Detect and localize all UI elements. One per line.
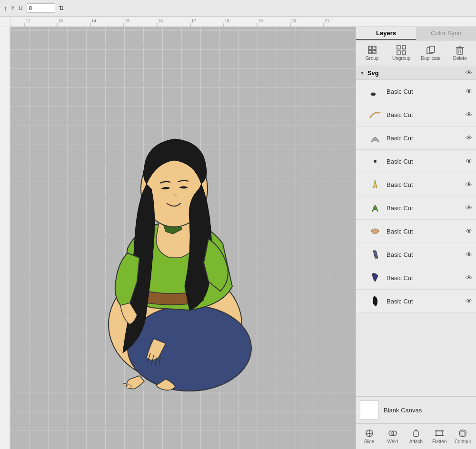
svg-rect-37 <box>402 46 406 49</box>
attach-icon <box>411 429 421 438</box>
blank-canvas-label: Blank Canvas <box>384 407 422 414</box>
layer-item[interactable]: Basic Cut 👁 <box>356 80 476 103</box>
layer-label-8: Basic Cut <box>387 251 462 258</box>
svg-text:13: 13 <box>58 19 63 23</box>
svg-group-eye-icon[interactable]: 👁 <box>466 69 472 77</box>
tab-color-sync[interactable]: Color Sync <box>416 27 476 40</box>
layer-item[interactable]: Basic Cut 👁 <box>356 103 476 127</box>
svg-point-30 <box>123 383 127 386</box>
weld-button[interactable]: Weld <box>381 427 404 446</box>
svg-point-50 <box>371 229 379 234</box>
layer-eye-5[interactable]: 👁 <box>466 181 472 188</box>
layer-item[interactable]: Basic Cut 👁 <box>356 220 476 243</box>
arrow-icon: ↑ <box>4 4 7 12</box>
svg-rect-36 <box>397 46 400 49</box>
coord-input[interactable] <box>27 3 55 13</box>
contour-button[interactable]: Contour <box>452 427 474 446</box>
layer-label-4: Basic Cut <box>387 158 462 165</box>
svg-rect-32 <box>373 46 376 49</box>
ruler-corner <box>0 17 10 27</box>
layer-item[interactable]: Basic Cut 👁 <box>356 243 476 266</box>
svg-rect-31 <box>368 46 372 49</box>
svg-group-header[interactable]: ▼ Svg 👁 <box>356 66 476 80</box>
arrows-icon: ⇅ <box>59 5 64 11</box>
panel-toolbar: Group Ungroup Duplicat <box>356 40 476 66</box>
layer-label-9: Basic Cut <box>387 274 462 282</box>
svg-rect-42 <box>457 48 463 54</box>
layer-label-3: Basic Cut <box>387 135 462 142</box>
duplicate-button[interactable]: Duplicate <box>416 43 445 63</box>
delete-icon <box>455 45 465 55</box>
layer-thumbnail-6 <box>367 200 383 215</box>
svg-rect-35 <box>369 47 375 53</box>
svg-text:21: 21 <box>325 19 329 23</box>
layer-thumbnail-4 <box>367 154 383 169</box>
layer-item[interactable]: Basic Cut 👁 <box>356 173 476 196</box>
layers-list[interactable]: ▼ Svg 👁 Basic Cut 👁 <box>356 66 476 396</box>
layer-eye-9[interactable]: 👁 <box>466 274 472 282</box>
svg-text:19: 19 <box>258 19 263 23</box>
layer-item[interactable]: Basic Cut 👁 <box>356 290 476 313</box>
svg-text:20: 20 <box>291 19 296 23</box>
group-button[interactable]: Group <box>358 43 387 63</box>
layer-thumbnail-8 <box>367 247 383 262</box>
flatten-icon <box>435 429 444 438</box>
svg-point-23 <box>128 305 251 391</box>
weld-icon <box>388 429 397 438</box>
layer-thumbnail-5 <box>367 177 383 192</box>
ungroup-icon <box>397 45 406 55</box>
svg-rect-33 <box>368 50 372 54</box>
slice-button[interactable]: Slice <box>358 427 380 446</box>
svg-point-55 <box>392 431 397 436</box>
layer-thumbnail-7 <box>367 224 383 239</box>
canvas-grid <box>10 27 356 449</box>
layer-eye-6[interactable]: 👁 <box>466 204 472 212</box>
layer-label-10: Basic Cut <box>387 298 462 305</box>
layer-item[interactable]: Basic Cut 👁 <box>356 127 476 150</box>
layer-eye-1[interactable]: 👁 <box>466 88 472 95</box>
delete-button[interactable]: Delete <box>446 43 475 63</box>
layer-label-7: Basic Cut <box>387 228 462 235</box>
svg-text:12: 12 <box>26 19 30 23</box>
layer-eye-3[interactable]: 👁 <box>466 134 472 142</box>
bottom-toolbar: Slice Weld Attach <box>356 423 476 449</box>
flatten-button[interactable]: Flatten <box>428 427 451 446</box>
layer-eye-8[interactable]: 👁 <box>466 251 472 258</box>
svg-rect-41 <box>429 46 435 52</box>
svg-text:16: 16 <box>158 19 163 23</box>
layer-label-6: Basic Cut <box>387 205 462 212</box>
right-panel: Layers Color Sync Group <box>356 27 476 449</box>
svg-rect-57 <box>436 431 443 436</box>
ungroup-button[interactable]: Ungroup <box>387 43 416 63</box>
svg-text:14: 14 <box>91 19 96 23</box>
blank-canvas-row: Blank Canvas <box>356 396 476 423</box>
layer-eye-10[interactable]: 👁 <box>466 297 472 305</box>
svg-rect-39 <box>402 51 406 54</box>
top-toolbar: ↑ Y U ⇅ <box>0 0 476 17</box>
attach-button[interactable]: Attach <box>405 427 427 446</box>
svg-text:17: 17 <box>191 19 196 23</box>
duplicate-icon <box>426 45 436 55</box>
blank-canvas-thumbnail <box>360 400 379 420</box>
group-icon <box>367 45 377 55</box>
layer-thumbnail-10 <box>367 293 383 309</box>
layer-thumbnail-3 <box>367 130 383 146</box>
layer-item[interactable]: Basic Cut 👁 <box>356 150 476 173</box>
layer-label-2: Basic Cut <box>387 111 462 118</box>
svg-point-48 <box>371 93 376 96</box>
layer-thumbnail-2 <box>367 107 383 122</box>
svg-group-label: Svg <box>367 69 463 77</box>
layer-item[interactable]: Basic Cut 👁 <box>356 196 476 220</box>
svg-text:18: 18 <box>225 19 229 23</box>
layer-eye-2[interactable]: 👁 <box>466 111 472 118</box>
mulan-figure <box>51 106 280 400</box>
y-label: Y <box>11 5 15 11</box>
svg-text:15: 15 <box>125 19 129 23</box>
canvas-area <box>10 27 356 449</box>
layer-label-1: Basic Cut <box>387 88 462 95</box>
svg-point-49 <box>374 160 377 163</box>
layer-eye-7[interactable]: 👁 <box>466 227 472 235</box>
layer-eye-4[interactable]: 👁 <box>466 157 472 165</box>
tab-layers[interactable]: Layers <box>356 27 416 40</box>
layer-item[interactable]: Basic Cut 👁 <box>356 266 476 290</box>
